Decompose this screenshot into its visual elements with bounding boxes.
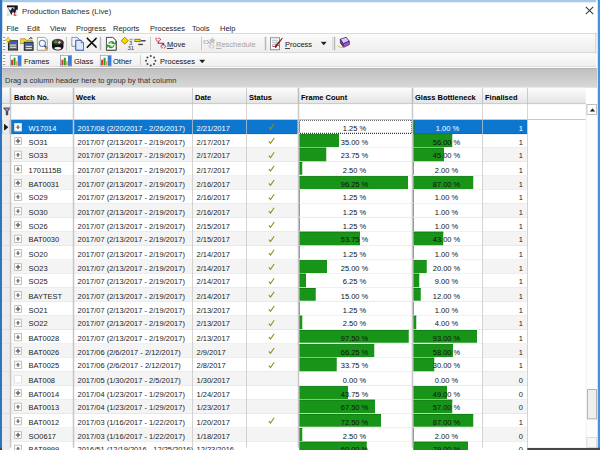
svg-text:31: 31 bbox=[128, 46, 134, 51]
